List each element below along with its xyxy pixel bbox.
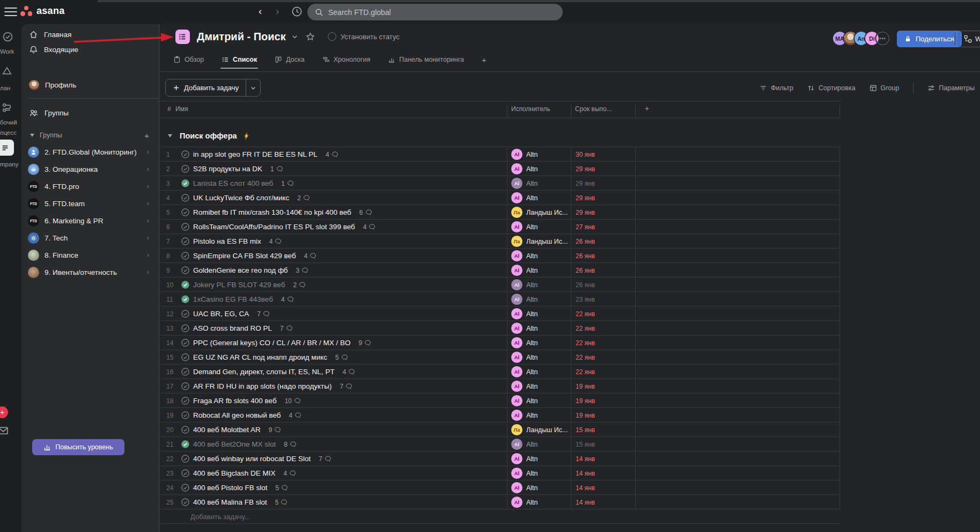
task-check-icon[interactable]: [181, 353, 190, 362]
task-check-icon[interactable]: [181, 309, 190, 318]
rail-company-doc-icon[interactable]: [0, 140, 14, 156]
due-date-cell[interactable]: 22 янв: [571, 365, 635, 379]
task-check-icon[interactable]: [181, 150, 190, 159]
section-collapse-icon[interactable]: [168, 134, 172, 137]
due-date-cell[interactable]: 26 янв: [571, 234, 635, 249]
assignee-cell[interactable]: AlAltn: [507, 220, 571, 234]
tab-список[interactable]: Список: [222, 48, 257, 71]
title-chevron-down-icon[interactable]: [291, 33, 298, 40]
task-check-icon[interactable]: [181, 164, 190, 173]
task-row[interactable]: 21400 веб Bet2One MX slot8AlAltn15 янв: [159, 436, 840, 451]
add-group-icon[interactable]: +: [144, 131, 149, 140]
task-row[interactable]: 1in app slot geo FR IT DE BE ES NL PL4Al…: [159, 147, 840, 162]
add-task-row[interactable]: Добавить задачу...: [159, 509, 840, 524]
assignee-cell[interactable]: AlAltn: [507, 191, 571, 205]
due-date-cell[interactable]: 22 янв: [571, 321, 635, 336]
task-check-icon[interactable]: [181, 498, 190, 507]
task-check-icon[interactable]: [181, 222, 190, 231]
due-date-cell[interactable]: 22 янв: [571, 336, 635, 350]
due-date-cell[interactable]: 19 янв: [571, 379, 635, 393]
due-date-cell[interactable]: 30 янв: [571, 147, 635, 162]
sidebar-team-item[interactable]: 7. Tech›: [21, 229, 154, 246]
task-check-icon[interactable]: [181, 193, 190, 202]
task-name[interactable]: ASO cross brand RO PL: [193, 324, 272, 332]
due-date-cell[interactable]: 23 янв: [571, 292, 635, 307]
task-name[interactable]: Demand Gen, директ, слоты IT, ES, NL, PT: [193, 368, 335, 376]
assignee-cell[interactable]: ЛаЛандыш Ис...: [507, 422, 571, 437]
chevron-right-icon[interactable]: ›: [147, 251, 149, 259]
due-date-cell[interactable]: 22 янв: [571, 307, 635, 321]
history-clock-icon[interactable]: [291, 6, 303, 17]
group-button[interactable]: Group: [870, 84, 900, 92]
groups-section-header[interactable]: Группы +: [21, 128, 154, 142]
task-check-icon[interactable]: [181, 483, 190, 492]
task-name[interactable]: in app slot geo FR IT DE BE ES NL PL: [193, 150, 318, 158]
task-row[interactable]: 15EG UZ NG AR CL под инапп дроид микс5Al…: [159, 349, 840, 365]
task-check-icon[interactable]: [181, 251, 190, 260]
chevron-right-icon[interactable]: ›: [147, 200, 149, 207]
assignee-cell[interactable]: AlAltn: [507, 292, 571, 307]
assignee-cell[interactable]: AlAltn: [507, 147, 571, 162]
task-name[interactable]: Jokery PL FB SLOT 429 веб: [193, 281, 285, 289]
task-row[interactable]: 2S2B продукты на DK1AlAltn29 янв: [159, 161, 840, 176]
tab--[interactable]: +: [482, 48, 487, 71]
project-title[interactable]: Дмитрий - Поиск: [197, 31, 286, 43]
assignee-cell[interactable]: AlAltn: [507, 350, 571, 365]
workflow-button[interactable]: Wo: [959, 31, 980, 47]
search-input[interactable]: Search FTD.global: [307, 4, 563, 20]
task-check-icon[interactable]: [181, 454, 190, 463]
due-date-cell[interactable]: 29 янв: [571, 205, 635, 220]
rail-workflow-icon[interactable]: [2, 102, 13, 113]
task-row[interactable]: 12UAC BR, EG, CA7AlAltn22 янв: [159, 306, 840, 321]
chevron-right-icon[interactable]: ›: [147, 148, 149, 156]
task-name[interactable]: UK LuckyTwice Фб слот/микс: [193, 194, 289, 202]
task-check-icon[interactable]: [181, 411, 190, 420]
task-name[interactable]: UAC BR, EG, CA: [193, 310, 249, 318]
task-check-icon[interactable]: [181, 237, 190, 246]
due-date-cell[interactable]: 26 янв: [571, 249, 635, 263]
add-task-dropdown[interactable]: [246, 79, 260, 96]
assignee-cell[interactable]: AlAltn: [507, 278, 571, 292]
assignee-cell[interactable]: AlAltn: [507, 321, 571, 336]
assignee-cell[interactable]: AlAltn: [507, 176, 571, 191]
task-row[interactable]: 9GoldenGenie все гео под фб3AlAltn26 янв: [159, 263, 840, 278]
sidebar-team-item[interactable]: 8. Finance›: [21, 246, 154, 264]
task-check-icon[interactable]: [181, 367, 190, 376]
chevron-right-icon[interactable]: ›: [147, 165, 149, 173]
task-name[interactable]: 400 веб winbay или robocat DE Slot: [193, 455, 311, 463]
set-status-button[interactable]: Установить статус: [328, 32, 400, 41]
task-row[interactable]: 18Fraga AR fb slots 400 веб10AlAltn19 ян…: [159, 393, 840, 408]
assignee-cell[interactable]: ЛаЛандыш Ис...: [507, 234, 571, 249]
assignee-cell[interactable]: AlAltn: [507, 379, 571, 393]
task-row[interactable]: 3Lanista ES слот 400 веб1AlAltn29 янв: [159, 176, 840, 191]
task-row[interactable]: 13ASO cross brand RO PL7AlAltn22 янв: [159, 320, 840, 336]
task-check-icon[interactable]: [181, 208, 190, 217]
sidebar-team-item[interactable]: FTD5. FTD.team›: [21, 195, 154, 212]
task-name[interactable]: 400 веб Molotbet AR: [193, 426, 261, 434]
task-row[interactable]: 14PPC (General keys) CO / CL / AR / BR /…: [159, 335, 840, 350]
assignee-cell[interactable]: ЛаЛандыш Ис...: [507, 205, 571, 220]
sidebar-team-item[interactable]: FTD6. Marketing & PR›: [21, 212, 154, 229]
task-row[interactable]: 23400 веб Bigclash DE MIX4AlAltn14 янв: [159, 465, 840, 480]
notification-badge[interactable]: +: [0, 406, 8, 418]
task-check-icon[interactable]: [181, 469, 190, 478]
due-date-cell[interactable]: 29 янв: [571, 176, 635, 191]
task-name[interactable]: SpinEmpire CA FB Slot 429 веб: [193, 252, 296, 260]
task-name[interactable]: 1xCasino EG FB 443веб: [193, 295, 273, 303]
task-row[interactable]: 16Demand Gen, директ, слоты IT, ES, NL, …: [159, 364, 840, 379]
task-row[interactable]: 8SpinEmpire CA FB Slot 429 веб4AlAltn26 …: [159, 248, 840, 263]
task-row[interactable]: 20400 веб Molotbet AR9ЛаЛандыш Ис...15 я…: [159, 422, 840, 437]
assignee-cell[interactable]: AlAltn: [507, 466, 571, 480]
sidebar-toggle-icon[interactable]: [4, 8, 17, 16]
due-date-cell[interactable]: 15 янв: [571, 422, 635, 437]
task-complete-check-icon[interactable]: [181, 295, 190, 304]
due-date-cell[interactable]: 19 янв: [571, 393, 635, 408]
sidebar-team-item[interactable]: 3. Операционка›: [21, 161, 154, 178]
favorite-star-icon[interactable]: [306, 32, 315, 41]
due-date-cell[interactable]: 14 янв: [571, 480, 635, 495]
task-row[interactable]: 4UK LuckyTwice Фб слот/микс2AlAltn29 янв: [159, 190, 840, 205]
task-name[interactable]: Romibet fb IT mix/crash 130-140€ по kpi …: [193, 208, 351, 216]
task-row[interactable]: 6RollsTeam/CoolAffs/Padrino IT ES PL slo…: [159, 219, 840, 234]
section-header[interactable]: Поиск оффера: [159, 128, 250, 144]
task-name[interactable]: 400 веб Pistolo FB slot: [193, 484, 267, 492]
